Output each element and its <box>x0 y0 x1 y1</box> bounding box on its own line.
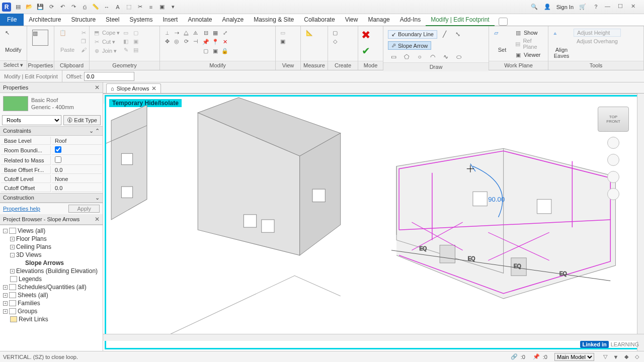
expand-icon[interactable]: + <box>3 293 8 298</box>
mirror-draw-icon[interactable]: ⧌ <box>192 29 200 37</box>
table-row[interactable]: Base Offset Fr...0.0 <box>1 166 102 174</box>
ribbon-state-icon[interactable] <box>499 18 508 26</box>
offset-icon[interactable]: ⇢ <box>173 29 181 37</box>
tree-item[interactable]: Revit Links <box>1 315 102 323</box>
tree-item[interactable]: -Views (all) <box>1 227 102 235</box>
circle-tool-icon[interactable]: ○ <box>414 52 425 62</box>
ellipse-tool-icon[interactable]: ⬭ <box>453 52 464 62</box>
unpin-icon[interactable]: 📍 <box>211 38 219 46</box>
maximize-icon[interactable]: ☐ <box>618 3 626 11</box>
table-row[interactable]: Cutoff LevelNone <box>1 175 102 183</box>
tab-insert[interactable]: Insert <box>157 14 183 26</box>
pan-icon[interactable] <box>607 154 619 166</box>
3d-icon[interactable]: ⬚ <box>125 3 133 11</box>
align-eaves-button[interactable]: ⟁Align Eaves <box>551 29 572 60</box>
tab-modify-edit-footprint[interactable]: Modify | Edit Footprint <box>426 14 495 26</box>
table-row[interactable]: Base LevelRoof <box>1 137 102 145</box>
filter3-icon[interactable]: ◆ <box>622 353 630 361</box>
table-row[interactable]: Related to Mass <box>1 156 102 165</box>
view-cube[interactable]: TOP FRONT <box>598 107 629 132</box>
mirror-axis-icon[interactable]: ⧋ <box>182 29 190 37</box>
tree-item[interactable]: +Elevations (Building Elevation) <box>1 267 102 275</box>
align-icon[interactable]: ⟂ <box>163 29 171 37</box>
switch-window-icon[interactable]: ▾ <box>169 3 177 11</box>
tab-addins[interactable]: Add-Ins <box>395 14 426 26</box>
user-icon[interactable]: 👤 <box>543 3 551 11</box>
line-tool-icon[interactable]: ╱ <box>439 29 450 39</box>
tab-analyze[interactable]: Analyze <box>217 14 249 26</box>
print-icon[interactable]: ⎙ <box>80 3 89 11</box>
set-workplane-button[interactable]: ▱Set <box>492 29 512 54</box>
expand-icon[interactable]: + <box>3 309 8 314</box>
tab-massing[interactable]: Massing & Site <box>249 14 299 26</box>
vertical-scrollbar[interactable] <box>637 94 644 351</box>
tree-item[interactable]: +Families <box>1 299 102 307</box>
room-bounding-check[interactable] <box>55 146 61 153</box>
app-store-icon[interactable]: 🛒 <box>579 3 587 11</box>
tree-item[interactable]: +Ceiling Plans <box>1 243 102 251</box>
browser-title-bar[interactable]: Project Browser - Slope Arrows ✕ <box>0 214 103 225</box>
file-tab[interactable]: File <box>0 14 24 26</box>
properties-close-icon[interactable]: ✕ <box>95 84 100 91</box>
scale-icon[interactable]: ⤢ <box>221 29 229 37</box>
expand-icon[interactable]: + <box>10 269 15 274</box>
spline-tool-icon[interactable]: ∿ <box>440 52 451 62</box>
rotate-icon[interactable]: ⟳ <box>182 37 190 45</box>
close-hidden-icon[interactable]: ▣ <box>158 3 166 11</box>
tab-structure[interactable]: Structure <box>66 14 101 26</box>
panel-select-title[interactable]: Select ▾ <box>0 60 27 70</box>
pin-icon[interactable]: 📌 <box>202 38 210 46</box>
tab-architecture[interactable]: Architecture <box>24 14 66 26</box>
finish-mode-icon[interactable]: ✔ <box>362 45 370 57</box>
measure-button[interactable]: 📐 <box>304 29 324 47</box>
lock-icon[interactable]: 🔒 <box>221 47 229 55</box>
canvas[interactable]: Temporary Hide/Isolate <box>103 94 644 351</box>
related-mass-check[interactable] <box>55 156 61 163</box>
expand-icon[interactable]: + <box>10 237 15 241</box>
tree-item[interactable]: +Sheets (all) <box>1 291 102 299</box>
construction-group[interactable]: Construction⌄ <box>0 193 103 203</box>
delete-icon[interactable]: ✕ <box>221 38 229 46</box>
view2-icon[interactable]: ▣ <box>279 37 287 45</box>
copy-icon[interactable]: ◎ <box>173 37 181 45</box>
poly-tool-icon[interactable]: ⬠ <box>401 52 412 62</box>
select-pin-icon[interactable]: 📌 <box>532 353 540 361</box>
move-icon[interactable]: ✥ <box>163 37 171 45</box>
constraints-group[interactable]: Constraints⌄ ⌃ <box>0 126 103 136</box>
sync-icon[interactable]: ⟳ <box>47 3 55 11</box>
project-browser[interactable]: -Views (all)+Floor Plans+Ceiling Plans-3… <box>0 225 103 351</box>
filter2-icon[interactable]: ▼ <box>612 353 620 361</box>
properties-button[interactable]: ▥ <box>30 29 50 47</box>
slope-arrow-button[interactable]: ⬀Slope Arrow <box>388 41 431 50</box>
expand-icon[interactable]: - <box>10 253 15 257</box>
group-icon[interactable]: ▢ <box>202 47 210 55</box>
tree-item[interactable]: +Groups <box>1 307 102 315</box>
help-icon[interactable]: ？ <box>592 3 600 11</box>
zoom-icon[interactable] <box>607 171 619 183</box>
array-icon[interactable]: ▦ <box>211 29 219 37</box>
tab-annotate[interactable]: Annotate <box>183 14 217 26</box>
tree-item[interactable]: +Floor Plans <box>1 235 102 243</box>
tab-collaborate[interactable]: Collaborate <box>299 14 340 26</box>
orbit-icon[interactable] <box>607 188 619 200</box>
offset-input[interactable] <box>84 72 134 81</box>
trim-icon[interactable]: ⊣ <box>192 37 200 45</box>
tab-manage[interactable]: Manage <box>363 14 394 26</box>
view-tab-slope-arrows[interactable]: ⌂ Slope Arrows ✕ <box>106 83 161 93</box>
redo-icon[interactable]: ↷ <box>69 3 77 11</box>
tab-systems[interactable]: Systems <box>124 14 157 26</box>
search-icon[interactable]: 🔍 <box>530 3 538 11</box>
category-dropdown[interactable]: Roofs <box>2 115 61 125</box>
tab-steel[interactable]: Steel <box>101 14 124 26</box>
properties-help-link[interactable]: Properties help <box>3 206 40 212</box>
save-icon[interactable]: 💾 <box>36 3 44 11</box>
table-row[interactable]: Room Boundi... <box>1 146 102 155</box>
tree-item[interactable]: Slope Arrows <box>1 259 102 267</box>
type-selector[interactable]: Basic Roof Generic - 400mm <box>0 93 103 114</box>
split-icon[interactable]: ⊟ <box>202 29 210 37</box>
undo-icon[interactable]: ↶ <box>58 3 66 11</box>
expand-icon[interactable]: + <box>3 301 8 306</box>
edit-type-button[interactable]: 🛈Edit Type <box>63 115 101 125</box>
table-row[interactable]: Cutoff Offset0.0 <box>1 184 102 192</box>
pick-lines-icon[interactable]: ⤡ <box>452 29 463 39</box>
